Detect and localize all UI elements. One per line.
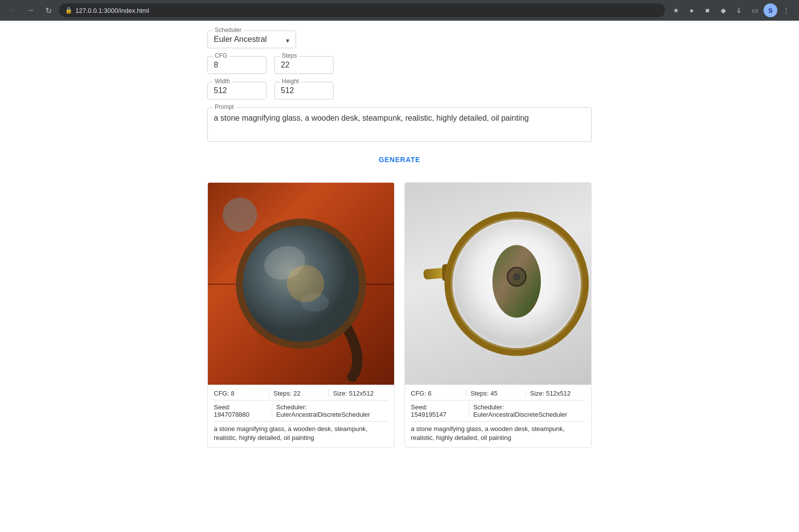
download-button[interactable]: ⇓ (732, 3, 746, 17)
generate-wrapper: GENERATE (207, 152, 592, 167)
image-card-1: CFG: 8 Steps: 22 Size: 512x512 Seed: 194… (207, 182, 395, 448)
prompt-label: Prompt (213, 103, 236, 110)
extension3-button[interactable]: ◆ (716, 3, 730, 17)
width-input[interactable] (214, 86, 260, 95)
browser-actions: ★ ● ■ ◆ ⇓ ▭ S ⋮ (669, 3, 793, 17)
card1-prompt: a stone magnifying glass, a wooden desk,… (214, 425, 388, 442)
cfg-input[interactable] (214, 61, 260, 69)
menu-button[interactable]: ⋮ (779, 3, 793, 17)
generated-image-1 (208, 183, 394, 385)
card2-seed: Seed: 1549195147 (411, 403, 469, 418)
scheduler-label: Scheduler (213, 27, 243, 33)
scheduler-container: Scheduler Euler Ancestral Euler DDIM DPM… (207, 31, 296, 48)
width-label: Width (213, 78, 232, 85)
card1-size: Size: 512x512 (333, 390, 388, 397)
card2-steps: Steps: 45 (470, 390, 526, 397)
image-grid: CFG: 8 Steps: 22 Size: 512x512 Seed: 194… (207, 182, 592, 448)
card2-scheduler: Scheduler: EulerAncestralDiscreteSchedul… (473, 403, 585, 418)
back-button[interactable]: ← (6, 3, 20, 17)
height-label: Height (280, 78, 301, 85)
steps-container: Steps (274, 56, 333, 74)
card1-seed: Seed: 1947078880 (214, 403, 272, 418)
card2-prompt: a stone magnifying glass, a wooden desk,… (411, 425, 585, 442)
height-container: Height (274, 82, 333, 100)
card1-cfg: CFG: 8 (214, 390, 269, 397)
steps-input[interactable] (281, 61, 327, 69)
meta-row-1a: CFG: 8 Steps: 22 Size: 512x512 (214, 390, 388, 400)
prompt-container: Prompt a stone magnifying glass, a woode… (207, 107, 592, 142)
reload-button[interactable]: ↻ (41, 3, 55, 17)
cfg-steps-group: CFG Steps (207, 56, 592, 74)
image-card-2: CFG: 6 Steps: 45 Size: 512x512 Seed: 154… (404, 182, 592, 448)
main-content: Scheduler Euler Ancestral Euler DDIM DPM… (104, 21, 695, 458)
meta-row-1b: Seed: 1947078880 Scheduler: EulerAncestr… (214, 403, 388, 422)
scheduler-select[interactable]: Euler Ancestral Euler DDIM DPM++ 2M (214, 35, 290, 43)
card-meta-1: CFG: 8 Steps: 22 Size: 512x512 Seed: 194… (208, 385, 394, 447)
cfg-container: CFG (207, 56, 266, 74)
card2-cfg: CFG: 6 (411, 390, 466, 397)
generate-button[interactable]: GENERATE (371, 152, 429, 167)
magnifier-svg-left (208, 183, 394, 385)
height-input[interactable] (281, 86, 327, 95)
width-container: Width (207, 82, 266, 100)
card1-steps: Steps: 22 (273, 390, 329, 397)
browser-chrome: ← → ↻ 🔒 127.0.0.1:3000/index.html ★ ● ■ … (0, 0, 799, 21)
lock-icon: 🔒 (65, 7, 72, 14)
prompt-input[interactable]: a stone magnifying glass, a wooden desk,… (214, 114, 585, 133)
forward-button[interactable]: → (24, 3, 37, 17)
meta-row-2b: Seed: 1549195147 Scheduler: EulerAncestr… (411, 403, 585, 422)
bookmark-star-button[interactable]: ★ (669, 3, 683, 17)
svg-point-4 (287, 265, 325, 302)
magnifier-svg-right (405, 183, 591, 385)
cfg-label: CFG (213, 52, 229, 59)
card1-scheduler: Scheduler: EulerAncestralDiscreteSchedul… (276, 403, 388, 418)
extension2-button[interactable]: ■ (700, 3, 714, 17)
meta-row-2a: CFG: 6 Steps: 45 Size: 512x512 (411, 390, 585, 400)
address-bar[interactable]: 🔒 127.0.0.1:3000/index.html (59, 3, 665, 17)
window-button[interactable]: ▭ (748, 3, 762, 17)
card2-size: Size: 512x512 (530, 390, 585, 397)
generated-image-2 (405, 183, 591, 385)
card-meta-2: CFG: 6 Steps: 45 Size: 512x512 Seed: 154… (405, 385, 591, 447)
svg-point-11 (513, 273, 520, 280)
extension1-button[interactable]: ● (685, 3, 699, 17)
profile-button[interactable]: S (764, 3, 777, 17)
url-text: 127.0.0.1:3000/index.html (75, 7, 149, 14)
width-height-group: Width Height (207, 82, 592, 100)
steps-label: Steps (280, 52, 299, 59)
